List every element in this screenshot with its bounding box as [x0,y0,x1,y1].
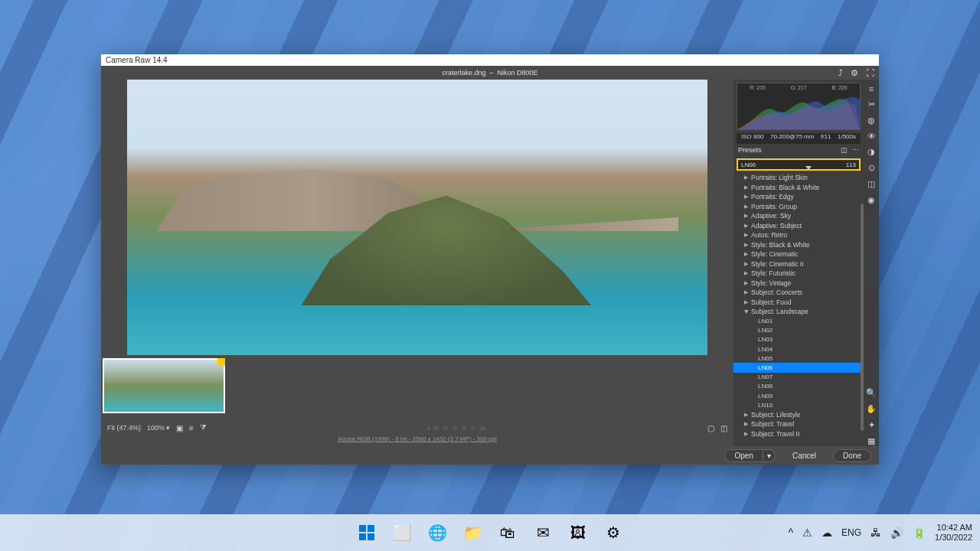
scrollbar[interactable] [861,204,864,431]
preset-group[interactable]: ▶Adaptive: Subject [733,221,864,231]
start-button[interactable] [351,517,382,548]
filmstrip [103,355,732,420]
settings-app-icon[interactable]: ⚙ [598,517,629,548]
amount-value: 113 [846,161,856,168]
chevron-up-icon[interactable]: ^ [788,527,793,539]
clock[interactable]: 10:42 AM 1/30/2022 [935,523,972,543]
security-icon[interactable]: ⚠ [802,527,812,539]
cancel-button[interactable]: Cancel [783,450,825,461]
preset-item[interactable]: LN07 [733,373,864,382]
preset-group[interactable]: ▶Portraits: Light Skin [733,173,864,183]
done-button[interactable]: Done [833,449,871,462]
document-header: craterlake.dng – Nikon D800E ⤴ ⚙ ⛶ [101,66,879,80]
right-panel: R: 215 G: 217 B: 226 ISO 80070-200@75 mm… [733,80,879,446]
preset-group[interactable]: ▶Adaptive: Sky [733,211,864,221]
hist-g: G: 217 [791,85,807,90]
hist-r: R: 215 [750,85,766,90]
task-view-icon[interactable]: ⬜ [387,517,417,548]
image-viewer[interactable] [103,80,732,355]
presets-panel-header[interactable]: Presets ◫⋯ [733,144,864,156]
preset-group[interactable]: ▶Portraits: Edgy [733,192,864,202]
preset-item[interactable]: LN03 [733,335,864,344]
camera-raw-window: Camera Raw 14.4 craterlake.dng – Nikon D… [101,54,879,465]
amount-label: LN06 [741,161,756,168]
preset-group[interactable]: ▶Subject: Landscape [733,307,864,317]
preset-item[interactable]: LN01 [733,317,864,326]
hist-b: B: 226 [831,85,847,90]
panel-toggle-icon[interactable]: ◫ [841,146,848,154]
edit-icon[interactable]: ≡ [869,84,874,93]
explorer-icon[interactable]: 📁 [457,517,488,548]
preset-item[interactable]: LN06 [733,363,864,372]
volume-icon[interactable]: 🔊 [890,527,903,539]
preset-item[interactable]: LN05 [733,354,864,363]
histogram[interactable]: R: 215 G: 217 B: 226 [737,83,861,130]
presets-icon[interactable]: ◫ [867,179,875,189]
preset-item[interactable]: LN04 [733,344,864,354]
settings-icon[interactable]: ⚙ [851,68,858,78]
battery-icon[interactable]: 🔋 [913,527,926,539]
fullscreen-icon[interactable]: ⛶ [866,68,874,78]
preset-group[interactable]: ▶Portraits: Group [733,202,864,212]
open-dropdown[interactable]: ▾ [763,449,776,462]
preset-group[interactable]: ▶Subject: Food [733,298,864,308]
preset-group[interactable]: ▶Subject: Concerts [733,288,864,298]
preset-group[interactable]: ▶Portraits: Black & White [733,183,864,193]
preset-item[interactable]: LN08 [733,382,864,391]
store-icon[interactable]: 🛍 [492,517,523,548]
preset-group[interactable]: ▶Style: Black & White [733,240,864,250]
preset-group[interactable]: ▶Style: Vintage [733,279,864,289]
open-button[interactable]: Open [724,449,763,462]
titlebar[interactable]: Camera Raw 14.4 [101,54,879,66]
grid-icon[interactable]: ◫ [720,424,727,432]
document-title: craterlake.dng – Nikon D800E [442,69,537,77]
network-icon[interactable]: 🖧 [871,527,881,539]
preset-group[interactable]: ▶Subject: Lifestyle [733,409,864,419]
mask-icon[interactable]: ◑ [867,147,875,157]
preset-group[interactable]: ▶Subject: Travel [733,419,864,429]
crop-icon[interactable]: ✂ [868,99,875,109]
more-icon[interactable]: ◉ [867,195,875,205]
preset-group[interactable]: ▶Style: Cinematic [733,249,864,259]
preset-list[interactable]: ▶Portraits: Light Skin▶Portraits: Black … [733,173,864,446]
main-photo [127,80,707,355]
panel-menu-icon[interactable]: ⋯ [852,146,859,154]
edge-icon[interactable]: 🌐 [422,517,452,548]
exif-row: ISO 80070-200@75 mmf/111/500s [737,133,861,144]
preset-group[interactable]: ▶Autos: Retro [733,230,864,240]
compare-icon[interactable]: ▣ [176,424,183,432]
mail-icon[interactable]: ✉ [528,517,558,548]
rating-stars[interactable]: ⬦☆☆☆☆☆▭ [426,424,486,432]
grid-tool-icon[interactable]: ▦ [867,436,875,446]
taskbar[interactable]: ⬜ 🌐 📁 🛍 ✉ 🖼 ⚙ ^ ⚠ ☁ ENG 🖧 🔊 🔋 10:42 AM 1… [0,514,980,551]
fit-label[interactable]: Fit (47.4%) [107,424,141,432]
preset-item[interactable]: LN09 [733,391,864,400]
thumbnail-1[interactable] [103,358,225,413]
preset-group[interactable]: ▶Subject: Travel II [733,429,864,439]
photoshop-icon[interactable]: 🖼 [563,517,593,548]
onedrive-icon[interactable]: ☁ [822,527,832,539]
trash-icon[interactable]: ▢ [707,424,714,432]
warning-badge [217,358,225,366]
preset-amount-slider[interactable]: LN06 113 [737,158,861,171]
sort-icon[interactable]: ≡ [189,424,194,432]
hand-icon[interactable]: ✋ [866,404,877,414]
zoom-icon[interactable]: 🔍 [866,388,877,398]
heal-icon[interactable]: ◍ [867,116,875,126]
redeye-icon[interactable]: ⊙ [868,163,875,173]
window-title: Camera Raw 14.4 [106,56,168,64]
preset-item[interactable]: LN10 [733,400,864,409]
zoom-dropdown[interactable]: 100% [147,424,165,432]
eye-icon[interactable]: 👁 [867,132,876,141]
filter-icon[interactable]: ⧩ [200,423,206,432]
preset-item[interactable]: LN02 [733,326,864,335]
footer: Open ▾ Cancel Done [101,446,879,465]
tool-strip: ≡ ✂ ◍ 👁 ◑ ⊙ ◫ ◉ 🔍 ✋ ✦ ▦ [864,80,879,446]
preset-group[interactable]: ▶Style: Futuristic [733,269,864,279]
workflow-info[interactable]: Adobe RGB (1998) - 8 bit - 2560 x 1432 (… [103,435,732,446]
preset-group[interactable]: ▶Style: Cinematic II [733,259,864,269]
share-icon[interactable]: ⤴ [838,68,843,78]
viewer-bottom-bar: Fit (47.4%) 100%▾ ▣ ≡ ⧩ ⬦☆☆☆☆☆▭ ▢ ◫ [103,420,732,435]
sampler-icon[interactable]: ✦ [868,420,875,430]
language-indicator[interactable]: ENG [841,527,861,538]
